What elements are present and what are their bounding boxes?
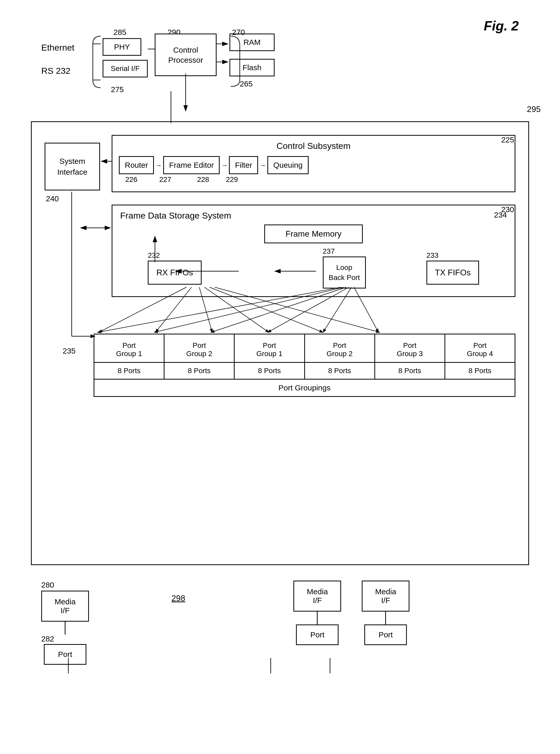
ref-226: 226 xyxy=(125,175,137,184)
port-box-2: Port xyxy=(296,624,339,645)
frame-editor-box: Frame Editor xyxy=(163,156,220,174)
page: Fig. 2 Ethernet RS 232 285 275 PHY Seria… xyxy=(0,0,560,754)
ref-240: 240 xyxy=(46,194,59,203)
media-if-box-2: Media I/F xyxy=(294,581,341,612)
ref-228: 228 xyxy=(197,175,209,184)
media-group-1: 280 Media I/F 282 Port xyxy=(41,581,89,665)
port-groups-row: Port Group 1 8 Ports Port Group 2 8 Port… xyxy=(94,334,515,380)
port-group-4: Port Group 4 8 Ports xyxy=(445,334,515,379)
ref-232: 232 xyxy=(148,251,201,259)
port-group-3: Port Group 3 8 Ports xyxy=(375,334,445,379)
port-groupings-label: Port Groupings xyxy=(94,380,515,397)
bottom-section: 280 Media I/F 282 Port 298 Media I/F Por… xyxy=(41,581,539,665)
phy-box: PHY xyxy=(103,38,141,56)
ref-225: 225 xyxy=(501,135,514,144)
ref-282: 282 xyxy=(41,635,54,643)
main-outer-box: System Interface 240 Control Subsystem R… xyxy=(31,121,529,565)
ref-229: 229 xyxy=(226,175,238,184)
media-group-3: Media I/F Port xyxy=(362,581,409,645)
sys-storage-arrows xyxy=(79,223,116,238)
ref-227: 227 xyxy=(159,175,172,184)
port-box-3: Port xyxy=(364,624,407,645)
port-group-2a: Port Group 2 8 Ports xyxy=(164,334,235,379)
router-box: Router xyxy=(119,156,154,174)
control-subsystem-title: Control Subsystem xyxy=(119,141,508,151)
bottom-connections xyxy=(0,658,560,735)
ctrl-to-ram-arrows xyxy=(155,31,232,82)
control-subsystem-box: Control Subsystem Router → Frame Editor … xyxy=(112,135,515,192)
system-interface-box: System Interface xyxy=(45,143,100,190)
queuing-box: Queuing xyxy=(267,156,308,174)
port-group-1a: Port Group 1 8 Ports xyxy=(94,334,164,379)
ref-298: 298 xyxy=(172,594,185,603)
ref-235: 235 xyxy=(63,347,76,355)
rx-fifos-box: RX FIFOs xyxy=(148,260,201,285)
media-if-box-3: Media I/F xyxy=(362,581,409,612)
frame-storage-title: Frame Data Storage System xyxy=(120,211,231,220)
frame-storage-box: Frame Data Storage System 234 Frame Memo… xyxy=(112,205,515,297)
loop-back-box: Loop Back Port xyxy=(323,256,366,289)
ref-230: 230 xyxy=(501,205,514,214)
media-if-box-1: Media I/F xyxy=(41,591,89,622)
ref-295: 295 xyxy=(527,104,541,114)
sys-down-arrow xyxy=(69,192,74,339)
port-groupings-section: Port Group 1 8 Ports Port Group 2 8 Port… xyxy=(94,334,515,397)
filter-box: Filter xyxy=(229,156,258,174)
port-group-1b: Port Group 1 8 Ports xyxy=(235,334,305,379)
port-box-1: Port xyxy=(44,644,86,665)
ref-233: 233 xyxy=(426,251,479,259)
top-connector xyxy=(166,91,176,124)
ref-280: 280 xyxy=(41,581,54,589)
frame-memory-box: Frame Memory xyxy=(264,225,363,243)
ref-237: 237 xyxy=(323,247,366,255)
port-group-2b: Port Group 2 8 Ports xyxy=(305,334,375,379)
serial-if-box: Serial I/F xyxy=(103,60,148,77)
media-group-2: Media I/F Port xyxy=(294,581,341,645)
fig-label: Fig. 2 xyxy=(484,18,519,34)
tx-fifos-box: TX FIFOs xyxy=(426,260,479,285)
